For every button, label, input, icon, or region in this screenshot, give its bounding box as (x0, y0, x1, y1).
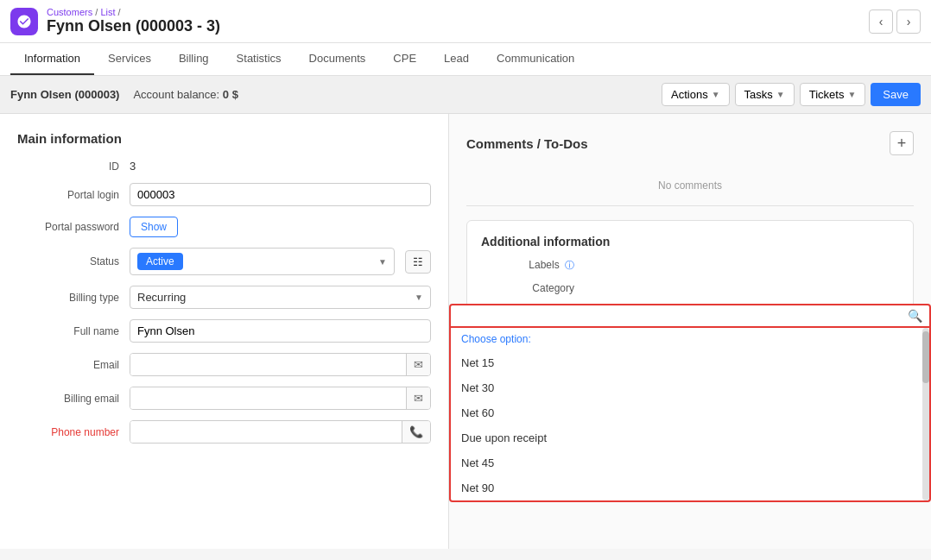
add-comment-button[interactable]: + (890, 131, 914, 155)
status-row: Status Active ▼ ☷ (17, 248, 431, 275)
dropdown-option-net30[interactable]: Net 30 (451, 375, 929, 400)
billing-type-row: Billing type Recurring ▼ (17, 286, 431, 309)
billing-email-label: Billing email (17, 393, 130, 405)
breadcrumb: Customers / List / (47, 7, 220, 17)
comments-divider (466, 205, 914, 206)
tab-communication[interactable]: Communication (483, 43, 588, 75)
tickets-button[interactable]: Tickets ▼ (800, 83, 866, 106)
id-row: ID 3 (17, 160, 431, 173)
email-row: Email ✉ (17, 353, 431, 376)
billing-email-value: ✉ (130, 387, 431, 410)
status-dropdown[interactable]: Active ▼ (130, 248, 395, 275)
billing-type-value: Recurring ▼ (130, 286, 431, 309)
billing-email-field-container: ✉ (130, 387, 431, 410)
labels-row: Labels ⓘ (481, 259, 899, 272)
labels-info-icon: ⓘ (565, 260, 574, 270)
tab-lead[interactable]: Lead (430, 43, 483, 75)
main-info-title: Main information (17, 131, 431, 146)
category-label: Category (481, 282, 585, 294)
comments-header: Comments / To-Dos + (466, 131, 914, 155)
tasks-button[interactable]: Tasks ▼ (735, 83, 795, 106)
portal-password-value: Show (130, 217, 431, 237)
action-buttons: Actions ▼ Tasks ▼ Tickets ▼ Save (662, 83, 921, 106)
dropdown-search-icon: 🔍 (908, 309, 922, 323)
breadcrumb-nav: Customers / List / Fynn Olsen (000003 - … (47, 7, 220, 35)
next-button[interactable]: › (896, 9, 921, 34)
dropdown-option-header: Choose option: (451, 328, 929, 350)
customer-label: Fynn Olsen (000003) (10, 88, 119, 101)
dropdown-option-net15[interactable]: Net 15 (451, 350, 929, 375)
billing-type-chevron-icon: ▼ (415, 293, 423, 302)
email-icon[interactable]: ✉ (406, 354, 430, 375)
status-chevron-icon: ▼ (378, 257, 387, 267)
tab-information[interactable]: Information (10, 43, 94, 75)
dropdown-search-input[interactable] (458, 310, 908, 323)
right-panel: Comments / To-Dos + No comments Addition… (449, 114, 931, 549)
app-icon (10, 8, 38, 35)
full-name-value (130, 319, 431, 343)
phone-field-container: 📞 (130, 420, 431, 444)
portal-login-label: Portal login (17, 189, 130, 201)
additional-info-title: Additional information (481, 235, 899, 249)
calendar-icon-button[interactable]: ☷ (405, 250, 431, 274)
dropdown-scrollbar[interactable] (922, 328, 929, 500)
phone-icon[interactable]: 📞 (402, 421, 430, 443)
dropdown-option-net60[interactable]: Net 60 (451, 400, 929, 425)
tab-services[interactable]: Services (94, 43, 165, 75)
dropdown-option-net45[interactable]: Net 45 (451, 450, 929, 475)
status-badge: Active (137, 253, 183, 270)
portal-password-row: Portal password Show (17, 217, 431, 237)
phone-number-row: Phone number 📞 (17, 420, 431, 444)
tab-statistics[interactable]: Statistics (223, 43, 295, 75)
email-value: ✉ (130, 353, 431, 376)
phone-number-value: 📞 (130, 420, 431, 444)
dropdown-option-net90[interactable]: Net 90 (451, 475, 929, 500)
billing-email-icon[interactable]: ✉ (406, 387, 430, 409)
account-balance: Account balance: 0 $ (133, 88, 238, 101)
breadcrumb-list[interactable]: List (100, 7, 115, 17)
actions-button[interactable]: Actions ▼ (662, 83, 730, 106)
tab-billing[interactable]: Billing (165, 43, 223, 75)
full-name-row: Full name (17, 319, 431, 343)
email-input[interactable] (130, 354, 406, 375)
portal-login-row: Portal login (17, 183, 431, 206)
category-row: Category (481, 282, 899, 294)
billing-email-row: Billing email ✉ (17, 387, 431, 410)
prev-button[interactable]: ‹ (869, 9, 893, 34)
dropdown-scrollbar-thumb (922, 331, 929, 383)
tab-bar: Information Services Billing Statistics … (0, 43, 931, 76)
portal-login-value (130, 183, 431, 206)
tab-cpe[interactable]: CPE (379, 43, 430, 75)
dropdown-overlay: 🔍 Choose option: Net 15 Net 30 Net 60 Du… (449, 304, 931, 502)
show-password-button[interactable]: Show (130, 217, 178, 237)
email-label: Email (17, 359, 130, 371)
nav-arrows: ‹ › (869, 9, 921, 34)
billing-email-input[interactable] (130, 387, 406, 409)
labels-label: Labels ⓘ (481, 259, 585, 272)
main-content: Main information ID 3 Portal login Porta… (0, 114, 931, 549)
id-label: ID (17, 160, 130, 173)
status-label: Status (17, 255, 130, 267)
full-name-input[interactable] (130, 319, 431, 343)
portal-password-label: Portal password (17, 221, 130, 233)
comments-title: Comments / To-Dos (466, 136, 588, 151)
dropdown-options: Choose option: Net 15 Net 30 Net 60 Due … (449, 328, 931, 502)
save-button[interactable]: Save (871, 83, 921, 106)
tab-documents[interactable]: Documents (295, 43, 380, 75)
portal-login-input[interactable] (130, 183, 431, 206)
top-bar: Customers / List / Fynn Olsen (000003 - … (0, 0, 931, 43)
phone-number-label: Phone number (17, 426, 130, 438)
page-title: Fynn Olsen (000003 - 3) (47, 17, 220, 35)
phone-input[interactable] (130, 421, 402, 443)
breadcrumb-customers[interactable]: Customers (47, 7, 92, 17)
status-value: Active ▼ ☷ (130, 248, 431, 275)
dropdown-search-box: 🔍 (449, 304, 931, 328)
left-panel: Main information ID 3 Portal login Porta… (0, 114, 449, 549)
dropdown-option-due-upon-receipt[interactable]: Due upon receipt (451, 425, 929, 450)
billing-type-dropdown[interactable]: Recurring ▼ (130, 286, 431, 309)
id-value: 3 (130, 160, 431, 173)
full-name-label: Full name (17, 325, 130, 337)
action-bar: Fynn Olsen (000003) Account balance: 0 $… (0, 76, 931, 114)
email-field-container: ✉ (130, 353, 431, 376)
billing-type-label: Billing type (17, 292, 130, 304)
